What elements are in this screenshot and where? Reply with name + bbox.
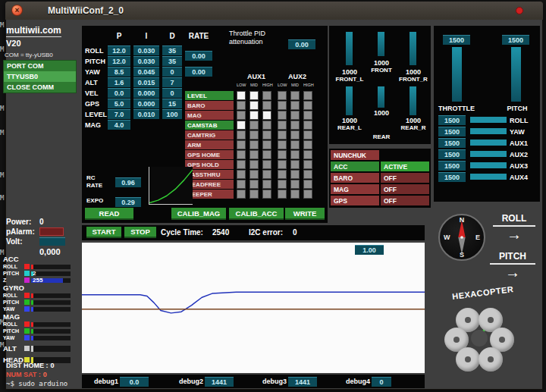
pid-d-value[interactable]: 35 — [162, 45, 182, 55]
aux-checkbox[interactable] — [249, 140, 259, 149]
aux-checkbox[interactable] — [237, 111, 246, 120]
aux-checkbox[interactable] — [262, 121, 271, 130]
aux-checkbox[interactable] — [237, 121, 246, 130]
aux-checkbox[interactable] — [262, 150, 271, 159]
pid-i-value[interactable]: 0.030 — [133, 45, 159, 55]
aux-checkbox[interactable] — [237, 140, 246, 149]
aux-checkbox[interactable] — [303, 91, 312, 100]
stop-button[interactable]: STOP — [124, 227, 156, 238]
aux-checkbox[interactable] — [237, 150, 246, 159]
aux-checkbox[interactable] — [262, 130, 271, 140]
pid-p-value[interactable]: 7.0 — [108, 109, 130, 119]
aux-checkbox[interactable] — [303, 140, 312, 149]
aux-checkbox[interactable] — [303, 190, 312, 199]
aux-checkbox[interactable] — [278, 91, 287, 100]
aux-checkbox[interactable] — [249, 150, 259, 159]
pid-i-value[interactable]: 0.010 — [133, 109, 159, 119]
aux-checkbox[interactable] — [303, 121, 312, 130]
aux-checkbox[interactable] — [262, 91, 271, 100]
pid-p-value[interactable]: 12.0 — [108, 56, 130, 66]
aux-checkbox[interactable] — [278, 160, 287, 169]
pid-p-value[interactable]: 5.0 — [108, 99, 130, 108]
aux-checkbox[interactable] — [278, 150, 287, 159]
calib-acc-button[interactable]: CALIB_ACC — [229, 208, 284, 220]
pid-i-value[interactable]: 0.030 — [133, 56, 159, 66]
aux-checkbox[interactable] — [262, 101, 271, 110]
aux-checkbox[interactable] — [278, 140, 287, 149]
aux-checkbox[interactable] — [262, 170, 271, 179]
aux-checkbox[interactable] — [262, 190, 271, 199]
pid-i-value[interactable]: 0.045 — [133, 67, 159, 77]
rc-rate-value-box[interactable]: 0.96 — [115, 177, 141, 187]
aux-checkbox[interactable] — [290, 160, 300, 169]
aux-checkbox[interactable] — [303, 130, 312, 140]
aux-checkbox[interactable] — [290, 140, 300, 149]
pid-d-value[interactable]: 100 — [162, 109, 182, 119]
aux-checkbox[interactable] — [249, 111, 259, 120]
aux-checkbox[interactable] — [290, 101, 300, 110]
aux-checkbox[interactable] — [278, 121, 287, 130]
multiwii-link[interactable]: multiwii.com — [6, 25, 61, 37]
aux-checkbox[interactable] — [237, 180, 246, 189]
aux-checkbox[interactable] — [262, 140, 271, 149]
aux-checkbox[interactable] — [278, 190, 287, 199]
aux-checkbox[interactable] — [303, 160, 312, 169]
aux-checkbox[interactable] — [303, 111, 312, 120]
pid-d-value[interactable]: 0 — [162, 88, 182, 98]
aux-checkbox[interactable] — [262, 180, 271, 189]
start-button[interactable]: START — [86, 227, 121, 238]
title-bar[interactable]: × MultiWiiConf_2_0 — [5, 2, 543, 20]
aux-checkbox[interactable] — [290, 91, 300, 100]
graph-scale-box[interactable]: 1.00 — [355, 245, 384, 255]
port-device-item[interactable]: TTYUSB0 — [4, 71, 76, 82]
aux-checkbox[interactable] — [290, 130, 300, 140]
aux-checkbox[interactable] — [237, 130, 246, 140]
aux-checkbox[interactable] — [290, 150, 300, 159]
pid-d-value[interactable]: 35 — [162, 56, 182, 66]
expo-value-box[interactable]: 0.29 — [115, 197, 141, 207]
calib-mag-button[interactable]: CALIB_MAG — [171, 208, 226, 220]
aux-checkbox[interactable] — [303, 170, 312, 179]
pid-p-value[interactable]: 8.5 — [108, 67, 130, 77]
aux-checkbox[interactable] — [290, 111, 300, 120]
aux-checkbox[interactable] — [249, 180, 259, 189]
close-button[interactable]: × — [11, 5, 23, 16]
aux-checkbox[interactable] — [303, 180, 312, 189]
aux-checkbox[interactable] — [249, 101, 259, 110]
read-button[interactable]: READ — [85, 208, 133, 220]
pid-i-value[interactable]: 0.000 — [133, 99, 159, 108]
port-com-button[interactable]: PORT COM — [4, 61, 76, 71]
write-button[interactable]: WRITE — [285, 208, 325, 220]
pid-i-value[interactable]: 0.015 — [133, 77, 159, 87]
pid-p-value[interactable]: 1.6 — [108, 77, 130, 87]
aux-checkbox[interactable] — [278, 170, 287, 179]
aux-checkbox[interactable] — [237, 170, 246, 179]
pid-d-value[interactable]: 0 — [162, 67, 182, 77]
pid-d-value[interactable]: 15 — [162, 99, 182, 108]
pid-d-value[interactable]: 7 — [162, 77, 182, 87]
aux-checkbox[interactable] — [290, 170, 300, 179]
aux-checkbox[interactable] — [249, 170, 259, 179]
aux-checkbox[interactable] — [290, 190, 300, 199]
aux-checkbox[interactable] — [249, 160, 259, 169]
aux-checkbox[interactable] — [249, 121, 259, 130]
pid-p-value[interactable]: 4.0 — [108, 120, 130, 130]
aux-checkbox[interactable] — [278, 180, 287, 189]
aux-checkbox[interactable] — [303, 101, 312, 110]
rollpitch-rate-box[interactable]: 0.00 — [185, 51, 212, 61]
aux-checkbox[interactable] — [278, 130, 287, 140]
aux-checkbox[interactable] — [237, 160, 246, 169]
aux-checkbox[interactable] — [290, 180, 300, 189]
pid-p-value[interactable]: 0.0 — [108, 88, 130, 98]
aux-checkbox[interactable] — [237, 101, 246, 110]
aux-checkbox[interactable] — [262, 111, 271, 120]
aux-checkbox[interactable] — [262, 160, 271, 169]
pid-p-value[interactable]: 12.0 — [108, 45, 130, 55]
yaw-rate-box[interactable]: 0.00 — [185, 67, 212, 77]
aux-checkbox[interactable] — [237, 91, 246, 100]
close-comm-button[interactable]: CLOSE COMM — [4, 82, 76, 93]
aux-checkbox[interactable] — [303, 150, 312, 159]
aux-checkbox[interactable] — [237, 190, 246, 199]
aux-checkbox[interactable] — [278, 101, 287, 110]
aux-checkbox[interactable] — [249, 91, 259, 100]
